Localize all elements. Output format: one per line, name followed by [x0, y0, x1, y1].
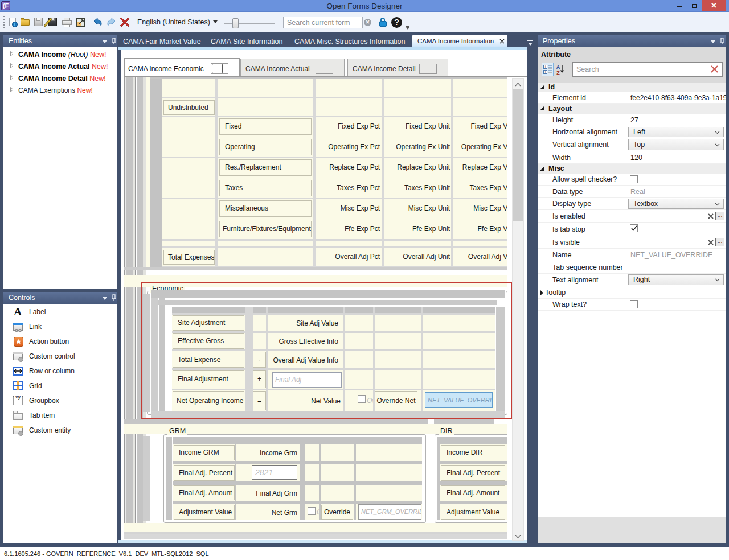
- svg-text:A: A: [556, 64, 560, 70]
- svg-text:+: +: [544, 70, 546, 74]
- svg-text:+: +: [544, 65, 546, 69]
- svg-text:Z: Z: [556, 70, 560, 75]
